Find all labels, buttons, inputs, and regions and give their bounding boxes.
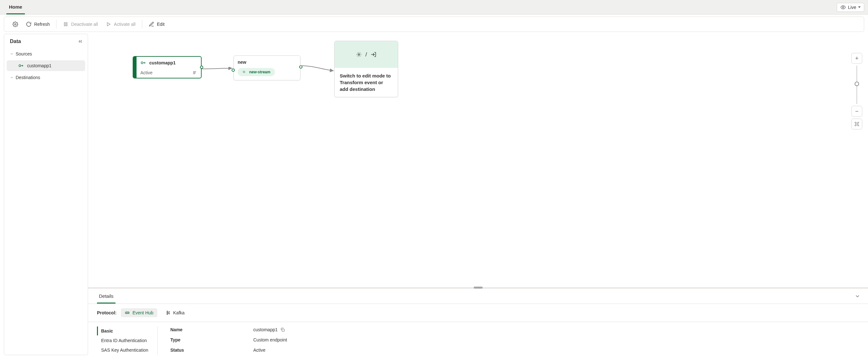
collapse-panel-button[interactable] xyxy=(855,293,860,300)
svg-rect-2 xyxy=(64,23,65,26)
chevron-double-left-icon xyxy=(78,39,83,44)
event-hub-icon xyxy=(125,310,130,315)
detail-key-type: Type xyxy=(170,337,241,342)
protocol-kafka-label: Kafka xyxy=(173,310,185,315)
collapse-sidebar-button[interactable] xyxy=(78,39,83,45)
zoom-handle[interactable] xyxy=(855,81,859,86)
tab-home-label: Home xyxy=(9,4,22,9)
tab-details-label: Details xyxy=(99,293,114,299)
destinations-section[interactable]: Destinations xyxy=(7,72,85,83)
eye-icon xyxy=(840,4,846,10)
svg-point-18 xyxy=(167,314,168,315)
endpoint-icon xyxy=(141,60,146,66)
tab-details[interactable]: Details xyxy=(97,289,116,303)
sidebar-item-label: customapp1 xyxy=(27,63,51,68)
svg-point-20 xyxy=(169,313,170,314)
panel-resize-handle[interactable] xyxy=(474,287,483,289)
detail-val-type: Custom endpoint xyxy=(253,337,287,342)
port-out[interactable] xyxy=(299,65,302,69)
settings-button[interactable] xyxy=(9,20,21,29)
detail-nav-basic[interactable]: Basic xyxy=(97,326,154,335)
svg-point-6 xyxy=(141,62,143,64)
zoom-slider[interactable] xyxy=(857,66,857,104)
fit-to-screen-button[interactable] xyxy=(851,119,862,129)
detail-nav: Basic Entra ID Authentication SAS Key Au… xyxy=(97,326,158,355)
svg-line-24 xyxy=(167,313,168,314)
zoom-controls: + − xyxy=(851,53,862,129)
zoom-in-button[interactable]: + xyxy=(851,53,862,64)
fit-icon xyxy=(854,122,859,127)
edit-icon xyxy=(149,21,154,27)
svg-point-10 xyxy=(358,54,360,56)
svg-point-16 xyxy=(167,311,168,312)
port-out[interactable] xyxy=(200,66,203,69)
refresh-button[interactable]: Refresh xyxy=(23,20,53,29)
svg-point-0 xyxy=(842,6,844,8)
flow-canvas[interactable]: customapp1 Active new xyxy=(88,34,868,287)
stream-label: new-stream xyxy=(249,70,271,74)
destinations-label: Destinations xyxy=(16,75,40,80)
stream-chip[interactable]: new-stream xyxy=(238,68,275,76)
stream-icon xyxy=(242,70,247,74)
deactivate-all-button: Deactivate all xyxy=(60,20,101,29)
chevron-down-icon xyxy=(858,6,861,8)
svg-line-23 xyxy=(167,312,168,313)
node-destination-placeholder[interactable]: / Switch to edit mode to Transform event… xyxy=(334,41,398,97)
protocol-label: Protocol: xyxy=(97,310,117,315)
detail-key-name: Name xyxy=(170,327,241,332)
protocol-event-hub-label: Event Hub xyxy=(132,310,153,315)
svg-rect-25 xyxy=(282,329,284,331)
menu-icon[interactable] xyxy=(192,70,197,75)
svg-point-19 xyxy=(169,312,170,313)
refresh-icon xyxy=(26,21,32,27)
detail-nav-entra[interactable]: Entra ID Authentication xyxy=(97,336,154,345)
protocol-kafka[interactable]: Kafka xyxy=(162,308,189,317)
live-toggle[interactable]: Live xyxy=(837,3,864,12)
detail-val-status: Active xyxy=(253,348,266,353)
sources-section[interactable]: Sources xyxy=(7,48,85,60)
svg-rect-3 xyxy=(66,23,67,26)
connector xyxy=(202,67,234,73)
node-transform[interactable]: new new-stream xyxy=(234,56,301,80)
refresh-label: Refresh xyxy=(34,22,50,27)
detail-nav-sas[interactable]: SAS Key Authentication xyxy=(97,346,154,355)
tab-home[interactable]: Home xyxy=(6,0,25,14)
sidebar-item-customapp1[interactable]: customapp1 xyxy=(7,60,85,71)
transform-icon xyxy=(356,51,362,58)
svg-point-5 xyxy=(19,65,21,67)
copy-icon[interactable] xyxy=(280,327,285,332)
node-source-title: customapp1 xyxy=(149,60,176,65)
detail-key-status: Status xyxy=(170,348,241,353)
output-icon xyxy=(370,51,377,58)
edit-label: Edit xyxy=(157,22,165,27)
protocol-event-hub[interactable]: Event Hub xyxy=(121,308,157,317)
detail-val-name: customapp1 xyxy=(253,327,278,332)
kafka-icon xyxy=(165,310,170,315)
connector xyxy=(301,64,335,73)
data-sidebar: Data Sources customapp1 Destinations xyxy=(4,34,88,355)
svg-marker-4 xyxy=(107,23,110,26)
endpoint-icon xyxy=(18,63,24,69)
sidebar-title: Data xyxy=(7,39,85,48)
pause-icon xyxy=(63,21,69,27)
node-source[interactable]: customapp1 Active xyxy=(133,56,202,78)
activate-all-label: Activate all xyxy=(114,22,135,27)
zoom-out-button[interactable]: − xyxy=(851,106,862,117)
details-panel: Details Protocol: Event Hub Kafka xyxy=(88,287,868,359)
live-label: Live xyxy=(848,5,856,10)
chevron-down-icon xyxy=(10,75,14,79)
header-bar: Home Live xyxy=(0,0,868,15)
svg-point-1 xyxy=(15,24,16,25)
chevron-down-icon xyxy=(10,52,14,56)
destination-hint: Switch to edit mode to Transform event o… xyxy=(335,68,398,97)
chevron-down-icon xyxy=(855,293,860,299)
edit-button[interactable]: Edit xyxy=(146,20,168,29)
svg-point-17 xyxy=(166,312,167,313)
slash: / xyxy=(365,51,367,58)
gear-icon xyxy=(12,21,18,27)
port-in[interactable] xyxy=(231,69,235,72)
play-icon xyxy=(105,21,111,27)
node-transform-title: new xyxy=(238,60,296,65)
svg-rect-11 xyxy=(856,123,858,125)
activate-all-button: Activate all xyxy=(102,20,139,29)
